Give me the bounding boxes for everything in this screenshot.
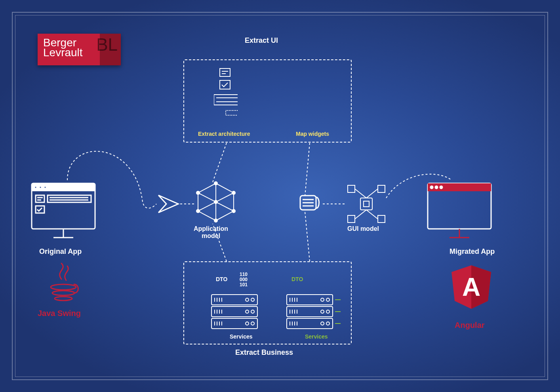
services-label-left: Services xyxy=(230,333,253,340)
binary-code-text: 110 000 101 xyxy=(240,272,248,288)
original-app-label: Original App xyxy=(39,247,82,256)
migrated-tech-label: Angular xyxy=(455,321,485,330)
svg-point-59 xyxy=(435,186,438,188)
svg-point-30 xyxy=(55,297,72,301)
svg-rect-50 xyxy=(348,215,355,223)
svg-point-81 xyxy=(251,298,254,301)
svg-point-36 xyxy=(232,191,235,194)
svg-point-104 xyxy=(326,310,330,313)
extract-architecture-label: Extract architecture xyxy=(198,131,250,137)
ui-widgets-icon xyxy=(214,66,238,126)
svg-rect-87 xyxy=(287,306,333,317)
svg-point-18 xyxy=(44,186,46,188)
svg-rect-19 xyxy=(36,195,44,202)
svg-point-80 xyxy=(246,298,249,301)
extract-ui-box: Extract architecture Map widgets xyxy=(183,59,352,143)
svg-point-105 xyxy=(321,322,324,325)
svg-rect-4 xyxy=(214,95,238,105)
svg-point-37 xyxy=(232,209,235,213)
svg-rect-67 xyxy=(211,318,257,329)
svg-point-58 xyxy=(430,186,433,188)
server-stack-icon-left xyxy=(211,294,258,331)
title-extract-ui: Extract UI xyxy=(245,36,278,45)
services-label-right: Services xyxy=(305,333,328,340)
svg-point-16 xyxy=(34,186,37,188)
transform-icon xyxy=(298,190,324,216)
svg-rect-47 xyxy=(364,201,369,207)
svg-rect-88 xyxy=(287,318,333,329)
svg-point-101 xyxy=(321,298,324,301)
svg-point-28 xyxy=(51,284,76,290)
svg-rect-48 xyxy=(348,185,355,192)
migrated-app-monitor-icon xyxy=(426,181,493,245)
gui-model-icon xyxy=(345,182,388,226)
logo-monogram: BL xyxy=(96,37,118,53)
svg-point-84 xyxy=(246,322,249,325)
svg-line-52 xyxy=(355,189,366,198)
gui-model-label: GUI model xyxy=(347,225,379,232)
svg-line-53 xyxy=(366,189,378,198)
svg-point-82 xyxy=(246,310,249,313)
svg-rect-86 xyxy=(287,295,333,305)
svg-point-29 xyxy=(52,291,74,295)
svg-point-17 xyxy=(39,186,42,188)
angular-letter: A xyxy=(462,273,480,301)
extract-business-box: DTO 110 000 101 Services DTO xyxy=(183,261,352,344)
import-arrow-icon xyxy=(156,192,182,216)
dto-label-right: DTO xyxy=(291,276,303,282)
map-widgets-label: Map widgets xyxy=(296,131,329,137)
migrated-app-label: Migrated App xyxy=(450,247,495,256)
svg-rect-65 xyxy=(211,295,257,305)
svg-line-54 xyxy=(355,210,366,219)
svg-point-39 xyxy=(196,209,200,213)
title-extract-business: Extract Business xyxy=(235,348,293,357)
svg-point-41 xyxy=(214,200,217,204)
angular-icon: A xyxy=(450,263,493,311)
svg-rect-49 xyxy=(378,185,385,192)
svg-point-38 xyxy=(214,219,217,222)
dto-label-left: DTO xyxy=(216,276,227,282)
green-tick-connectors xyxy=(335,297,343,334)
svg-rect-46 xyxy=(360,198,372,210)
svg-rect-22 xyxy=(48,195,91,202)
svg-point-60 xyxy=(440,186,442,188)
original-app-monitor-icon xyxy=(30,181,97,245)
server-stack-icon-right xyxy=(286,294,333,331)
svg-point-102 xyxy=(326,298,330,301)
application-model-icon xyxy=(194,180,238,224)
svg-point-85 xyxy=(251,322,254,325)
svg-rect-3 xyxy=(220,80,230,89)
svg-point-103 xyxy=(321,310,324,313)
original-tech-label: Java Swing xyxy=(38,309,81,318)
svg-point-83 xyxy=(251,310,254,313)
svg-point-40 xyxy=(196,191,200,194)
svg-rect-51 xyxy=(378,215,385,223)
berger-levrault-logo: Berger Levrault BL xyxy=(38,34,121,65)
svg-line-55 xyxy=(366,210,378,219)
application-model-label: Application model xyxy=(194,225,228,240)
svg-rect-7 xyxy=(226,110,238,115)
svg-rect-0 xyxy=(220,69,230,76)
svg-point-106 xyxy=(326,322,330,325)
java-icon xyxy=(46,261,81,305)
svg-rect-66 xyxy=(211,306,257,317)
svg-point-35 xyxy=(214,182,217,185)
